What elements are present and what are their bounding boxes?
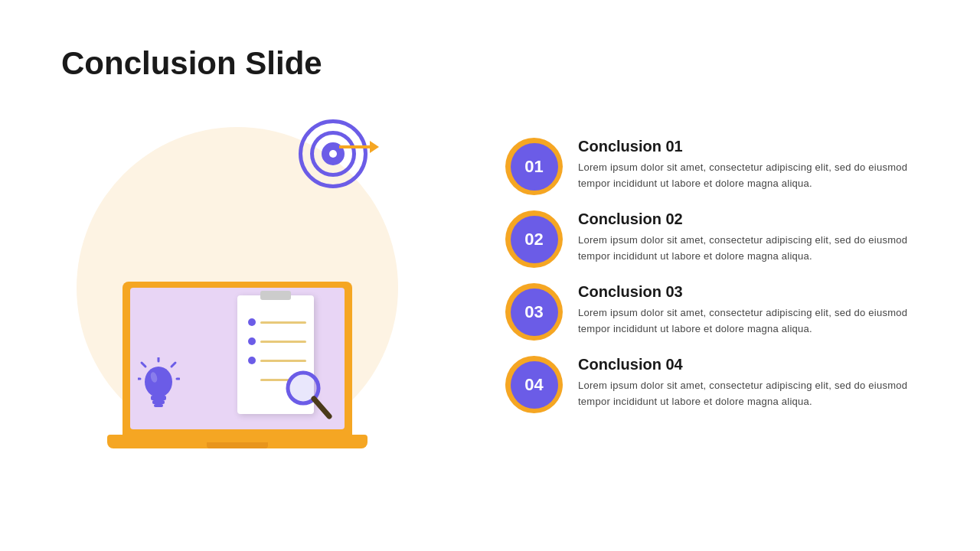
svg-line-1 (142, 363, 145, 367)
conclusion-heading-3: Conclusion 03 (578, 283, 934, 301)
conclusion-text-4: Conclusion 04 Lorem ipsum dolor sit amet… (578, 356, 934, 410)
slide-title: Conclusion Slide (61, 46, 444, 81)
lightbulb-icon (138, 357, 180, 414)
conclusion-item-2: 02 Conclusion 02 Lorem ipsum dolor sit a… (505, 210, 934, 268)
number-badge-4: 04 (505, 356, 563, 413)
conclusion-text-2: Conclusion 02 Lorem ipsum dolor sit amet… (578, 210, 934, 265)
svg-point-5 (145, 367, 172, 397)
number-label-2: 02 (511, 216, 558, 263)
conclusion-body-2: Lorem ipsum dolor sit amet, consectetur … (578, 233, 934, 265)
conclusion-heading-4: Conclusion 04 (578, 356, 934, 373)
conclusion-item-4: 04 Conclusion 04 Lorem ipsum dolor sit a… (505, 356, 934, 413)
conclusion-item-1: 01 Conclusion 01 Lorem ipsum dolor sit a… (505, 138, 934, 195)
conclusion-heading-1: Conclusion 01 (578, 138, 934, 155)
number-label-3: 03 (511, 289, 558, 336)
slide: Conclusion Slide (0, 0, 980, 551)
laptop-base (107, 435, 368, 448)
number-badge-2: 02 (505, 210, 563, 268)
number-badge-3: 03 (505, 283, 563, 341)
number-label-4: 04 (511, 361, 558, 409)
target-icon (299, 119, 368, 188)
left-panel: Conclusion Slide (0, 0, 475, 551)
conclusion-body-1: Lorem ipsum dolor sit amet, consectetur … (578, 160, 934, 192)
number-label-1: 01 (511, 143, 558, 191)
conclusion-item-3: 03 Conclusion 03 Lorem ipsum dolor sit a… (505, 283, 934, 341)
arrow-icon (339, 141, 379, 153)
magnifier-icon (283, 368, 329, 414)
svg-rect-6 (151, 396, 166, 400)
illustration-container (61, 104, 413, 471)
right-panel: 01 Conclusion 01 Lorem ipsum dolor sit a… (475, 0, 980, 551)
svg-rect-7 (152, 400, 165, 404)
svg-line-2 (172, 363, 175, 367)
conclusions-list: 01 Conclusion 01 Lorem ipsum dolor sit a… (505, 138, 934, 413)
svg-line-11 (314, 399, 329, 416)
svg-rect-8 (154, 404, 163, 407)
conclusion-text-3: Conclusion 03 Lorem ipsum dolor sit amet… (578, 283, 934, 337)
number-badge-1: 01 (505, 138, 563, 195)
conclusion-body-4: Lorem ipsum dolor sit amet, consectetur … (578, 378, 934, 410)
conclusion-body-3: Lorem ipsum dolor sit amet, consectetur … (578, 305, 934, 337)
conclusion-text-1: Conclusion 01 Lorem ipsum dolor sit amet… (578, 138, 934, 192)
conclusion-heading-2: Conclusion 02 (578, 210, 934, 228)
